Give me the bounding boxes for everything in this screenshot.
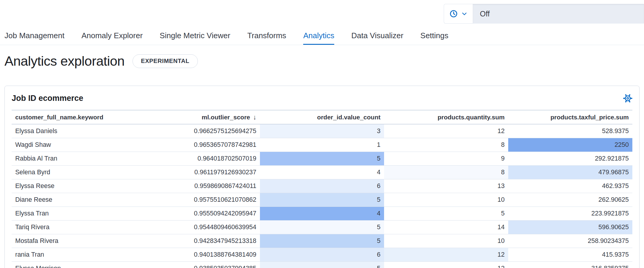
page-title: Analytics exploration bbox=[4, 53, 124, 69]
table-cell: Diane Reese bbox=[12, 193, 136, 207]
outlier-results-table: customer_full_name.keywordml.outlier_sco… bbox=[12, 110, 632, 268]
table-cell: 0.9401388764381409 bbox=[136, 248, 260, 262]
table-cell: 0.9428347945213318 bbox=[136, 234, 260, 248]
table-cell: 4 bbox=[260, 207, 384, 221]
table-cell: 5 bbox=[260, 152, 384, 166]
panel-header: Job ID ecommerce bbox=[12, 93, 632, 103]
table-row: Tariq Rivera0.9544809460639954514596.906… bbox=[12, 221, 632, 234]
table-cell: 3 bbox=[260, 124, 384, 138]
column-header-customer_full_name.keyword[interactable]: customer_full_name.keyword bbox=[12, 110, 136, 124]
table-cell: 262.90625 bbox=[508, 193, 632, 207]
table-cell: Rabbia Al Tran bbox=[12, 152, 136, 166]
column-header-products.quantity.sum[interactable]: products.quantity.sum bbox=[384, 110, 508, 124]
page-header: Analytics exploration EXPERIMENTAL bbox=[4, 53, 644, 69]
table-cell: Elyssa Morrison bbox=[12, 262, 136, 268]
table-cell: 4 bbox=[260, 166, 384, 179]
table-cell: 0.9575510621070862 bbox=[136, 193, 260, 207]
table-cell: 5 bbox=[260, 262, 384, 268]
column-header-order_id.value_count[interactable]: order_id.value_count bbox=[260, 110, 384, 124]
table-cell: 12 bbox=[384, 262, 508, 268]
table-cell: 596.90625 bbox=[508, 221, 632, 234]
table-row: Rabbia Al Tran0.96401870250701959292.921… bbox=[12, 152, 632, 166]
refresh-interval-control: Off bbox=[444, 4, 644, 24]
table-cell: 0.9662575125694275 bbox=[136, 124, 260, 138]
table-cell: 292.921875 bbox=[508, 152, 632, 166]
table-cell: 0.9598690867424011 bbox=[136, 179, 260, 193]
table-cell: 0.9544809460639954 bbox=[136, 221, 260, 234]
table-cell: 0.964018702507019 bbox=[136, 152, 260, 166]
tab-bar: Job ManagementAnomaly ExplorerSingle Met… bbox=[0, 28, 644, 45]
table-row: Elyssa Tran0.955509424209594745223.99218… bbox=[12, 207, 632, 221]
gear-icon[interactable] bbox=[623, 94, 632, 103]
experimental-badge: EXPERIMENTAL bbox=[133, 54, 198, 68]
tab-transforms[interactable]: Transforms bbox=[247, 28, 286, 45]
refresh-interval-button[interactable] bbox=[444, 4, 473, 24]
tab-job-management[interactable]: Job Management bbox=[4, 28, 64, 45]
table-cell: 8 bbox=[384, 138, 508, 152]
table-cell: rania Tran bbox=[12, 248, 136, 262]
table-cell: 6 bbox=[260, 248, 384, 262]
table-cell: Wagdi Shaw bbox=[12, 138, 136, 152]
table-cell: Elyssa Daniels bbox=[12, 124, 136, 138]
table-cell: 5 bbox=[260, 234, 384, 248]
table-cell: 8 bbox=[384, 166, 508, 179]
table-cell: 6 bbox=[260, 179, 384, 193]
table-cell: 0.9385035037994385 bbox=[136, 262, 260, 268]
table-cell: Elyssa Reese bbox=[12, 179, 136, 193]
table-cell: 415.9375 bbox=[508, 248, 632, 262]
column-header-ml.outlier_score[interactable]: ml.outlier_score↓ bbox=[136, 110, 260, 124]
table-cell: Mostafa Rivera bbox=[12, 234, 136, 248]
table-cell: 0.9611979126930237 bbox=[136, 166, 260, 179]
table-cell: 528.9375 bbox=[508, 124, 632, 138]
table-cell: 2250 bbox=[508, 138, 632, 152]
table-row: Diane Reese0.9575510621070862510262.9062… bbox=[12, 193, 632, 207]
table-cell: 13 bbox=[384, 179, 508, 193]
table-row: Elyssa Daniels0.9662575125694275312528.9… bbox=[12, 124, 632, 138]
table-row: Wagdi Shaw0.9653657078742981182250 bbox=[12, 138, 632, 152]
table-row: rania Tran0.9401388764381409612415.9375 bbox=[12, 248, 632, 262]
table-row: Elyssa Reese0.9598690867424011613462.937… bbox=[12, 179, 632, 193]
chevron-down-icon bbox=[461, 10, 468, 17]
table-row: Mostafa Rivera0.9428347945213318510258.9… bbox=[12, 234, 632, 248]
column-header-products.taxful_price.sum[interactable]: products.taxful_price.sum bbox=[508, 110, 632, 124]
refresh-interval-value[interactable]: Off bbox=[473, 4, 644, 24]
table-cell: 5 bbox=[384, 207, 508, 221]
table-cell: 316.8359375 bbox=[508, 262, 632, 268]
table-cell: 14 bbox=[384, 221, 508, 234]
table-cell: Selena Byrd bbox=[12, 166, 136, 179]
table-cell: 462.9375 bbox=[508, 179, 632, 193]
results-panel: Job ID ecommerce customer_full_name.keyw… bbox=[4, 86, 640, 268]
table-cell: 10 bbox=[384, 193, 508, 207]
table-cell: Tariq Rivera bbox=[12, 221, 136, 234]
table-cell: 12 bbox=[384, 124, 508, 138]
table-row: Selena Byrd0.961197912693023748479.96875 bbox=[12, 166, 632, 179]
table-row: Elyssa Morrison0.9385035037994385512316.… bbox=[12, 262, 632, 268]
table-cell: 258.90234375 bbox=[508, 234, 632, 248]
top-bar: Off bbox=[0, 0, 644, 28]
table-cell: 5 bbox=[260, 221, 384, 234]
table-cell: 479.96875 bbox=[508, 166, 632, 179]
tab-anomaly-explorer[interactable]: Anomaly Explorer bbox=[81, 28, 143, 45]
table-cell: Elyssa Tran bbox=[12, 207, 136, 221]
tab-settings[interactable]: Settings bbox=[420, 28, 449, 45]
table-cell: 0.9555094242095947 bbox=[136, 207, 260, 221]
table-cell: 9 bbox=[384, 152, 508, 166]
table-body: Elyssa Daniels0.9662575125694275312528.9… bbox=[12, 124, 632, 268]
tab-data-visualizer[interactable]: Data Visualizer bbox=[351, 28, 403, 45]
table-cell: 1 bbox=[260, 138, 384, 152]
job-id-title: Job ID ecommerce bbox=[12, 93, 83, 103]
clock-icon bbox=[449, 9, 458, 18]
table-cell: 223.9921875 bbox=[508, 207, 632, 221]
tab-analytics[interactable]: Analytics bbox=[303, 28, 334, 45]
table-cell: 10 bbox=[384, 234, 508, 248]
table-cell: 12 bbox=[384, 248, 508, 262]
tab-single-metric-viewer[interactable]: Single Metric Viewer bbox=[160, 28, 230, 45]
table-cell: 5 bbox=[260, 193, 384, 207]
table-header-row: customer_full_name.keywordml.outlier_sco… bbox=[12, 110, 632, 124]
sort-desc-icon: ↓ bbox=[253, 113, 256, 121]
table-cell: 0.9653657078742981 bbox=[136, 138, 260, 152]
